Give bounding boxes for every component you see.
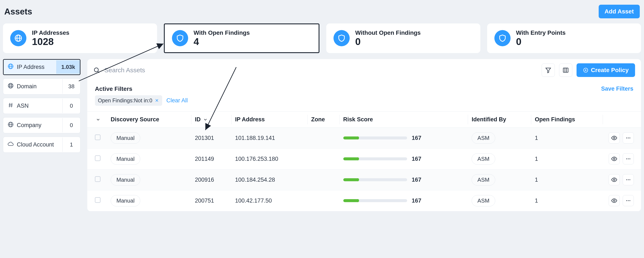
stat-label: Without Open Findings: [355, 29, 421, 36]
add-asset-button[interactable]: Add Asset: [599, 5, 640, 18]
discovery-pill: Manual: [111, 133, 140, 144]
view-button[interactable]: [609, 153, 620, 164]
shield-icon: [494, 30, 510, 46]
view-button[interactable]: [609, 133, 620, 144]
sidebar-item-asn[interactable]: ASN 0: [3, 98, 80, 114]
svg-point-32: [613, 158, 615, 160]
cell-id: 200916: [191, 169, 231, 190]
stat-card-1[interactable]: With Open Findings 4: [164, 24, 320, 53]
expand-all-header[interactable]: [87, 111, 107, 127]
identified-pill: ASM: [472, 174, 495, 186]
view-button[interactable]: [609, 195, 620, 206]
table-row[interactable]: Manual 200916 100.184.254.28 167 ASM 1: [87, 169, 641, 190]
hash-icon: [8, 102, 14, 110]
svg-point-40: [613, 200, 615, 201]
sidebar-item-ip-address[interactable]: IP Address 1.03k: [3, 59, 80, 75]
more-button[interactable]: [623, 174, 634, 185]
cell-ip: 100.176.253.180: [231, 148, 308, 169]
svg-point-7: [10, 83, 12, 88]
sidebar-item-count: 38: [62, 79, 80, 94]
col-discovery[interactable]: Discovery Source: [107, 111, 191, 127]
table-row[interactable]: Manual 201149 100.176.253.180 167 ASM 1: [87, 148, 641, 169]
filter-icon: [545, 67, 552, 73]
close-icon[interactable]: [154, 98, 159, 103]
svg-point-38: [628, 179, 629, 180]
table-row[interactable]: Manual 201301 101.188.19.141 167 ASM 1: [87, 127, 641, 148]
filter-chip[interactable]: Open Findings:Not in:0: [95, 95, 162, 106]
discovery-pill: Manual: [111, 195, 140, 206]
svg-point-39: [630, 179, 630, 180]
sidebar-item-domain[interactable]: Domain 38: [3, 78, 80, 94]
stat-value: 1028: [32, 36, 70, 47]
stat-card-2[interactable]: Without Open Findings 0: [326, 24, 480, 53]
row-checkbox[interactable]: [95, 176, 100, 182]
svg-line-18: [98, 71, 99, 73]
create-policy-label: Create Policy: [591, 67, 629, 74]
globe-icon: [8, 63, 14, 71]
cell-zone: [307, 127, 340, 148]
stat-value: 4: [194, 36, 250, 47]
more-button[interactable]: [623, 195, 634, 206]
risk-bar: [343, 178, 407, 181]
col-zone[interactable]: Zone: [307, 111, 340, 127]
sidebar-item-count: 1.03k: [56, 60, 80, 74]
filter-button[interactable]: [542, 64, 555, 77]
stat-card-3[interactable]: With Entry Points 0: [487, 24, 641, 53]
stat-label: IP Addresses: [32, 29, 70, 36]
cell-findings: 1: [531, 190, 603, 211]
stat-label: With Open Findings: [194, 29, 250, 36]
risk-bar: [343, 157, 407, 160]
svg-point-35: [630, 158, 630, 159]
row-checkbox[interactable]: [95, 156, 100, 161]
svg-point-42: [628, 200, 629, 201]
cell-findings: 1: [531, 169, 603, 190]
cell-id: 201149: [191, 148, 231, 169]
col-risk[interactable]: Risk Score: [340, 111, 468, 127]
col-identified[interactable]: Identified By: [468, 111, 531, 127]
svg-rect-20: [563, 68, 568, 72]
cell-findings: 1: [531, 127, 603, 148]
sidebar-item-count: 1: [62, 138, 80, 152]
sidebar-item-label: Cloud Account: [17, 141, 54, 148]
svg-point-29: [626, 138, 627, 138]
search-input[interactable]: [104, 67, 538, 74]
active-filters-heading: Active Filters: [95, 85, 188, 92]
cell-ip: 100.42.177.50: [231, 190, 308, 211]
risk-bar: [343, 137, 407, 140]
globe-grid-icon: [8, 82, 14, 90]
svg-point-30: [628, 138, 629, 138]
sidebar-item-company[interactable]: Company 0: [3, 117, 80, 133]
cell-id: 201301: [191, 127, 231, 148]
columns-button[interactable]: [559, 64, 572, 77]
chevron-down-icon: [203, 117, 208, 122]
col-id-label: ID: [195, 116, 201, 122]
svg-line-12: [9, 103, 10, 107]
chevron-down-icon: [96, 117, 100, 122]
row-checkbox[interactable]: [95, 197, 100, 203]
sidebar-item-count: 0: [62, 99, 80, 113]
shield-icon: [334, 30, 350, 46]
col-id[interactable]: ID: [191, 111, 231, 127]
svg-point-28: [613, 137, 615, 139]
stat-card-0[interactable]: IP Addresses 1028: [3, 24, 157, 53]
more-button[interactable]: [623, 153, 634, 164]
discovery-pill: Manual: [111, 174, 140, 186]
stat-label: With Entry Points: [516, 29, 566, 36]
cell-findings: 1: [531, 148, 603, 169]
view-button[interactable]: [609, 174, 620, 185]
clear-all-link[interactable]: Clear All: [166, 97, 188, 104]
more-button[interactable]: [623, 133, 634, 144]
globe-icon: [8, 121, 14, 129]
table-row[interactable]: Manual 200751 100.42.177.50 167 ASM 1: [87, 190, 641, 211]
col-findings[interactable]: Open Findings: [531, 111, 603, 127]
sidebar-item-count: 0: [62, 118, 80, 133]
cell-ip: 101.188.19.141: [231, 127, 308, 148]
save-filters-link[interactable]: Save Filters: [601, 85, 633, 92]
create-policy-button[interactable]: Create Policy: [576, 63, 635, 77]
svg-marker-19: [546, 68, 550, 73]
sidebar-item-cloud-account[interactable]: Cloud Account 1: [3, 137, 80, 153]
columns-icon: [562, 67, 569, 73]
search-icon: [93, 67, 100, 74]
col-ip[interactable]: IP Address: [231, 111, 308, 127]
row-checkbox[interactable]: [95, 135, 100, 140]
